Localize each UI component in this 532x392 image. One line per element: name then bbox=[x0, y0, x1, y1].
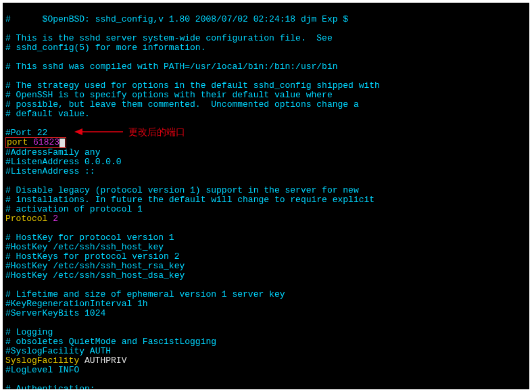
comment-text: Authentication: bbox=[11, 384, 95, 389]
comment-line: # bbox=[5, 232, 11, 243]
comment-text: installations. In future the default wil… bbox=[11, 195, 374, 205]
comment-text: SyslogFacility AUTH bbox=[11, 346, 111, 356]
comment-line: # bbox=[5, 109, 11, 119]
comment-line: # bbox=[5, 62, 11, 72]
comment-line: # bbox=[5, 147, 11, 157]
comment-text: sshd_config(5) for more information. bbox=[11, 43, 206, 53]
comment-line: # bbox=[5, 242, 11, 252]
config-value: AUTHPRIV bbox=[79, 356, 126, 366]
comment-text: ListenAddress 0.0.0.0 bbox=[11, 157, 122, 167]
comment-text: Port 22 bbox=[11, 128, 48, 138]
config-key: SyslogFacility bbox=[5, 356, 79, 366]
comment-text: KeyRegenerationInterval 1h bbox=[11, 299, 148, 309]
comment-text: The strategy used for options in the def… bbox=[11, 80, 380, 91]
config-key: port bbox=[7, 137, 28, 147]
comment-text: Disable legacy (protocol version 1) supp… bbox=[11, 185, 359, 195]
comment-line: # bbox=[5, 251, 11, 262]
comment-text: HostKeys for protocol version 2 bbox=[11, 251, 180, 262]
comment-line: # bbox=[5, 14, 11, 24]
comment-text: AddressFamily any bbox=[11, 147, 101, 157]
comment-line: # bbox=[5, 261, 11, 271]
comment-line: # bbox=[5, 157, 11, 167]
comment-text: HostKey /etc/ssh/ssh_host_key bbox=[11, 242, 164, 252]
port-edit-highlight: port 61823 bbox=[5, 137, 66, 148]
comment-text: HostKey /etc/ssh/ssh_host_dsa_key bbox=[11, 270, 185, 280]
comment-line: # bbox=[5, 43, 11, 53]
comment-text: $OpenBSD: sshd_config,v 1.80 2008/07/02 … bbox=[11, 14, 348, 24]
comment-text: Logging bbox=[11, 327, 53, 337]
comment-line: # bbox=[5, 327, 11, 337]
comment-line: # bbox=[5, 289, 11, 299]
terminal-area[interactable]: # $OpenBSD: sshd_config,v 1.80 2008/07/0… bbox=[3, 3, 529, 389]
comment-line: # bbox=[5, 204, 11, 214]
comment-line: # bbox=[5, 128, 11, 138]
comment-text: This sshd was compiled with PATH=/usr/lo… bbox=[11, 62, 338, 72]
comment-line: # bbox=[5, 384, 11, 389]
comment-line: # bbox=[5, 80, 11, 91]
comment-text: ListenAddress :: bbox=[11, 166, 95, 176]
comment-line: # bbox=[5, 299, 11, 309]
comment-text: default value. bbox=[11, 109, 90, 119]
config-value: 2 bbox=[53, 214, 58, 224]
comment-line: # bbox=[5, 185, 11, 195]
comment-text: Lifetime and size of ephemeral version 1… bbox=[11, 289, 285, 299]
comment-text: OpenSSH is to specify options with their… bbox=[11, 90, 333, 100]
config-key: Protocol bbox=[5, 214, 47, 224]
comment-line: # bbox=[5, 365, 11, 375]
comment-text: HostKey for protocol version 1 bbox=[11, 232, 174, 243]
comment-line: # bbox=[5, 33, 11, 43]
comment-line: # bbox=[5, 99, 11, 109]
comment-text: possible, but leave them commented. Unco… bbox=[11, 99, 359, 109]
comment-line: # bbox=[5, 270, 11, 280]
comment-line: # bbox=[5, 337, 11, 347]
comment-text: LogLevel INFO bbox=[11, 365, 79, 375]
cursor bbox=[59, 139, 65, 147]
comment-line: # bbox=[5, 346, 11, 356]
comment-text: This is the sshd server system-wide conf… bbox=[11, 33, 333, 43]
comment-line: # bbox=[5, 166, 11, 176]
config-value: 61823 bbox=[33, 137, 59, 147]
comment-text: HostKey /etc/ssh/ssh_host_rsa_key bbox=[11, 261, 185, 271]
comment-text: activation of protocol 1 bbox=[11, 204, 143, 214]
comment-line: # bbox=[5, 90, 11, 100]
comment-line: # bbox=[5, 308, 11, 318]
comment-text: obsoletes QuietMode and FascistLogging bbox=[11, 337, 216, 347]
comment-line: # bbox=[5, 195, 11, 205]
comment-text: ServerKeyBits 1024 bbox=[11, 308, 105, 318]
